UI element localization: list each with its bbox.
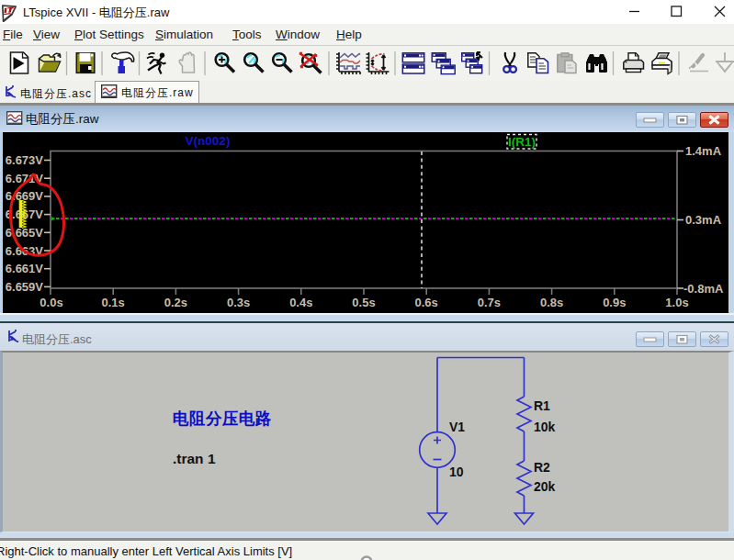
svg-text:0.8s: 0.8s [540,296,563,309]
svg-text:6.661V: 6.661V [6,262,44,275]
svg-text:V(n002): V(n002) [186,134,231,148]
svg-text:0.4s: 0.4s [289,296,312,309]
svg-text:R2: R2 [534,460,550,475]
svg-text:0.6s: 0.6s [415,296,438,309]
svg-text:0.1s: 0.1s [102,296,125,309]
svg-text:0.9s: 0.9s [603,296,626,309]
svg-text:0.5s: 0.5s [352,296,375,309]
svg-text:1.0s: 1.0s [665,296,688,309]
svg-text:6.673V: 6.673V [6,153,44,167]
svg-text:V1: V1 [449,420,465,434]
svg-text:10: 10 [449,465,464,479]
svg-text:0.7s: 0.7s [478,296,501,309]
svg-text:R1: R1 [534,398,550,413]
svg-text:I(R1): I(R1) [508,135,536,149]
svg-text:.tran 1: .tran 1 [173,451,216,466]
svg-text:20k: 20k [534,479,556,494]
svg-text:1.4mA: 1.4mA [685,144,722,158]
svg-text:电阻分压电路: 电阻分压电路 [173,409,272,428]
svg-text:10k: 10k [534,420,556,434]
svg-text:-0.8mA: -0.8mA [683,282,724,296]
svg-text:0.0s: 0.0s [40,296,62,309]
svg-text:6.659V: 6.659V [6,280,44,294]
svg-text:0.3mA: 0.3mA [685,213,722,227]
svg-text:0.2s: 0.2s [164,296,187,309]
svg-text:0.3s: 0.3s [227,296,250,309]
